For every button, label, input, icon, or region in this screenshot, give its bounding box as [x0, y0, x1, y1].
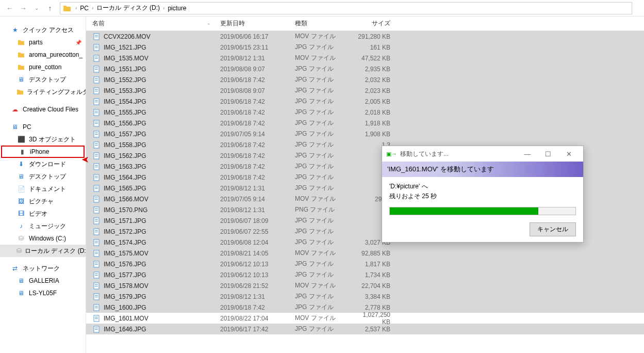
sidebar-item-music[interactable]: ♪ミュージック	[0, 220, 86, 232]
file-row[interactable]: IMG_1555.JPG2019/06/18 7:42JPG ファイル2,018…	[86, 107, 644, 118]
file-row[interactable]: IMG_1521.JPG2019/06/15 23:11JPG ファイル161 …	[86, 42, 644, 53]
file-row[interactable]: CCVX2206.MOV2019/06/06 16:17MOV ファイル291,…	[86, 31, 644, 42]
music-icon: ♪	[16, 222, 26, 230]
sidebar-network[interactable]: ⇄ネットワーク	[0, 262, 86, 275]
sidebar-pc[interactable]: 🖥PC	[0, 121, 86, 133]
cancel-button[interactable]: キャンセル	[530, 222, 576, 236]
svg-rect-29	[95, 134, 98, 135]
breadcrumb[interactable]: › PC › ローカル ディスク (D:) › picture	[60, 2, 632, 14]
file-date: 2019/06/18 7:42	[220, 152, 295, 159]
svg-rect-5	[95, 47, 98, 48]
file-icon	[92, 314, 101, 323]
file-row[interactable]: IMG_1575.MOV2019/08/21 14:05MOV ファイル92,8…	[86, 248, 644, 259]
file-date: 2019/06/18 7:42	[220, 98, 295, 105]
sidebar-item-iphone[interactable]: ▮iPhone	[1, 146, 85, 158]
phone-icon: ▮	[18, 148, 27, 155]
sidebar-item-purecotton[interactable]: pure_cotton	[0, 61, 86, 73]
quick-access[interactable]: ★クイック アクセス	[0, 24, 86, 36]
column-type[interactable]: 種類	[295, 19, 354, 28]
dialog-destination: 'D:¥picture' へ	[389, 182, 576, 191]
file-name: IMG_1556.JPG	[104, 120, 146, 127]
file-name: IMG_1564.JPG	[104, 174, 146, 181]
sidebar-item-c-drive[interactable]: ⛁Windows (C:)	[0, 232, 86, 245]
video-icon: 🎞	[16, 210, 26, 217]
file-icon	[92, 282, 101, 290]
file-row[interactable]: IMG_1601.MOV2019/08/22 17:04MOV ファイル1,02…	[86, 313, 644, 324]
sidebar-item-videos[interactable]: 🎞ビデオ	[0, 207, 86, 220]
file-row[interactable]: IMG_1557.JPG2019/07/05 9:14JPG ファイル1,908…	[86, 129, 644, 139]
minimize-button[interactable]: —	[517, 150, 538, 158]
sidebar-item-downloads[interactable]: ⬇ダウンロード	[0, 158, 86, 170]
file-size: 22,704 KB	[354, 282, 395, 290]
sidebar-item-desktop[interactable]: 🖥デスクトップ	[0, 73, 86, 86]
sidebar-item-galleria[interactable]: 🖥GALLERIA	[0, 275, 86, 287]
pc-icon: 🖥	[16, 290, 26, 297]
svg-rect-62	[95, 253, 98, 254]
sidebar-item-label: ライティングフォルダ	[27, 88, 86, 97]
svg-rect-38	[95, 167, 98, 167]
sidebar-item-desktop2[interactable]: 🖥デスクトップ	[0, 170, 86, 183]
file-row[interactable]: IMG_1553.JPG2019/08/08 9:07JPG ファイル2,023…	[86, 85, 644, 96]
file-row[interactable]: IMG_1646.JPG2019/06/17 17:42JPG ファイル2,53…	[86, 324, 644, 334]
breadcrumb-disk[interactable]: ローカル ディスク (D:)	[95, 4, 161, 12]
nav-forward-button[interactable]: →	[16, 2, 30, 15]
svg-rect-80	[95, 318, 98, 319]
dialog-titlebar[interactable]: ▣→ 移動しています... — ☐ ✕	[382, 146, 583, 162]
svg-rect-37	[95, 165, 98, 166]
nav-history-button[interactable]: ⌄	[30, 2, 43, 15]
file-type: MOV ファイル	[295, 281, 354, 290]
file-row[interactable]: IMG_1551.JPG2019/08/08 9:07JPG ファイル2,935…	[86, 63, 644, 74]
sidebar-item-d-drive[interactable]: ⛁ローカル ディスク (D:)	[0, 245, 86, 257]
file-date: 2019/06/18 7:42	[220, 109, 295, 116]
desktop-icon: 🖥	[16, 173, 26, 180]
file-date: 2019/06/18 7:42	[220, 174, 295, 181]
file-name: IMG_1554.JPG	[104, 98, 146, 105]
file-row[interactable]: IMG_1535.MOV2019/08/12 1:31MOV ファイル47,52…	[86, 53, 644, 63]
file-icon	[92, 293, 101, 301]
sidebar-item-label: aroma_purecotton_	[29, 51, 82, 58]
sidebar-item-parts[interactable]: parts📌	[0, 36, 86, 49]
close-button[interactable]: ✕	[558, 150, 579, 158]
folder-icon	[62, 4, 72, 12]
sidebar-item-pictures[interactable]: 🖼ピクチャ	[0, 195, 86, 207]
sidebar-item-3dobjects[interactable]: ⬛3D オブジェクト	[0, 133, 86, 146]
file-row[interactable]: IMG_1577.JPG2019/06/12 10:13JPG ファイル1,73…	[86, 269, 644, 280]
folder-icon	[16, 64, 26, 70]
sidebar-item-label: ミュージック	[29, 222, 66, 231]
sidebar-item-label: Windows (C:)	[29, 235, 66, 242]
pin-icon: 📌	[75, 40, 81, 45]
nav-up-button[interactable]: ↑	[43, 2, 57, 15]
svg-rect-28	[95, 133, 98, 133]
file-date: 2019/06/12 10:13	[220, 271, 295, 279]
sidebar-item-label: ピクチャ	[29, 197, 54, 206]
file-type: MOV ファイル	[295, 32, 354, 41]
breadcrumb-folder[interactable]: picture	[166, 5, 188, 12]
sidebar-item-aroma[interactable]: aroma_purecotton_	[0, 49, 86, 61]
svg-rect-64	[95, 263, 98, 263]
file-name: IMG_1578.MOV	[104, 282, 148, 290]
nav-back-button[interactable]: ←	[3, 2, 16, 15]
file-date: 2019/08/22 17:04	[220, 315, 295, 322]
column-size[interactable]: サイズ	[354, 19, 395, 28]
sidebar-item-documents[interactable]: 📄ドキュメント	[0, 183, 86, 195]
sidebar-item-writing[interactable]: ライティングフォルダ	[0, 86, 86, 98]
file-row[interactable]: IMG_1554.JPG2019/06/18 7:42JPG ファイル2,005…	[86, 96, 644, 107]
sidebar-item-label: デスクトップ	[29, 172, 66, 181]
file-date: 2019/07/05 9:14	[220, 196, 295, 203]
file-type: JPG ファイル	[295, 86, 354, 95]
file-date: 2019/08/08 9:07	[220, 66, 295, 73]
sidebar-creative-cloud[interactable]: ☁Creative Cloud Files	[0, 103, 86, 116]
file-row[interactable]: IMG_1576.JPG2019/06/12 10:13JPG ファイル1,81…	[86, 259, 644, 269]
file-date: 2019/06/28 21:52	[220, 282, 295, 290]
column-name[interactable]: 名前⌃	[86, 19, 220, 28]
file-row[interactable]: IMG_1579.JPG2019/08/12 1:31JPG ファイル3,384…	[86, 291, 644, 302]
file-name: IMG_1557.JPG	[104, 131, 146, 138]
maximize-button[interactable]: ☐	[538, 150, 558, 158]
file-row[interactable]: IMG_1578.MOV2019/06/28 21:52MOV ファイル22,7…	[86, 280, 644, 291]
sidebar-item-lsyl05f[interactable]: 🖥LS-YL05F	[0, 287, 86, 299]
file-date: 2019/08/21 14:05	[220, 250, 295, 257]
file-row[interactable]: IMG_1556.JPG2019/06/18 7:42JPG ファイル1,918…	[86, 118, 644, 129]
breadcrumb-pc[interactable]: PC	[78, 5, 90, 12]
column-date[interactable]: 更新日時	[220, 19, 295, 28]
file-row[interactable]: IMG_1552.JPG2019/06/18 7:42JPG ファイル2,032…	[86, 74, 644, 85]
